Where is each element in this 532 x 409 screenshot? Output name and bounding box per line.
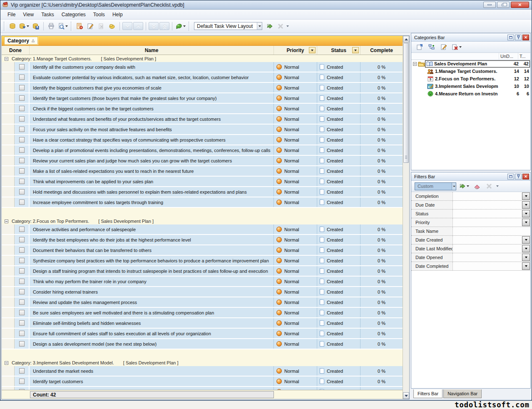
panel-close-icon[interactable]: ✕ <box>522 174 529 180</box>
task-name[interactable]: Check if the biggest customers can be th… <box>30 104 274 113</box>
done-checkbox[interactable] <box>19 106 25 111</box>
apply-filter-caret[interactable] <box>467 185 469 187</box>
delete-category-button[interactable] <box>451 42 462 52</box>
status-cell[interactable]: Created <box>317 72 360 82</box>
menu-item-file[interactable]: File <box>4 10 19 19</box>
status-cell[interactable]: Created <box>317 277 360 286</box>
task-name[interactable]: Identify the target customers (those buy… <box>30 93 274 103</box>
panel-pin-icon[interactable] <box>515 174 522 180</box>
task-row[interactable]: Increase employee commitment to sales ta… <box>2 197 403 208</box>
move-top-button[interactable] <box>159 22 169 30</box>
task-row[interactable]: Think who may perform the trainer role i… <box>2 277 403 287</box>
new-category-button[interactable] <box>415 42 425 52</box>
status-cell[interactable]: Created <box>317 187 360 197</box>
task-name[interactable]: Observe activities and performance of sa… <box>30 224 274 234</box>
done-checkbox[interactable] <box>19 147 25 153</box>
status-cell[interactable]: Created <box>317 166 360 176</box>
priority-cell[interactable]: Normal <box>274 266 317 276</box>
task-name[interactable]: Think what improvements can be applied t… <box>30 177 274 186</box>
task-name[interactable]: Consider hiring external trainers <box>30 287 274 297</box>
task-name[interactable]: Think who may perform the trainer role i… <box>30 277 274 286</box>
done-checkbox[interactable] <box>19 95 25 101</box>
status-cell[interactable]: Created <box>317 339 360 349</box>
menu-item-help[interactable]: Help <box>109 10 127 19</box>
priority-cell[interactable]: Normal <box>274 72 317 82</box>
task-row[interactable]: Develop a plan of promotional events inc… <box>2 145 403 156</box>
task-name[interactable]: Develop a plan of promotional events inc… <box>30 145 274 155</box>
priority-cell[interactable]: Normal <box>274 135 317 145</box>
filter-dropdown-button[interactable] <box>522 219 530 226</box>
task-name[interactable]: Identify the biggest customers that give… <box>30 83 274 92</box>
move-bottom-button[interactable] <box>149 22 159 30</box>
tree-item[interactable]: 52.Focus on Top Performers.1212 <box>411 75 530 82</box>
print-preview-caret[interactable] <box>65 25 68 27</box>
task-row[interactable]: Check if the biggest customers can be th… <box>2 104 403 114</box>
status-cell[interactable]: Created <box>317 256 360 265</box>
priority-cell[interactable]: Normal <box>274 245 317 255</box>
filter-dropdown-button[interactable] <box>522 210 530 217</box>
task-row[interactable]: Have a clear contact strategy that speci… <box>2 135 403 145</box>
priority-cell[interactable]: Normal <box>274 166 317 176</box>
task-name[interactable]: Review your current sales plan and judge… <box>30 156 274 165</box>
edit-category-button[interactable] <box>439 42 449 52</box>
done-checkbox[interactable] <box>19 379 25 384</box>
done-checkbox[interactable] <box>19 331 25 336</box>
task-name[interactable]: Hold meetings and discussions with sales… <box>30 187 274 197</box>
category-group-header[interactable]: Category: 2.Focus on Top Performers.[ Sa… <box>2 218 403 224</box>
status-cell[interactable]: Created <box>317 83 360 92</box>
done-checkbox[interactable] <box>19 179 25 184</box>
task-row[interactable]: Synthesize company best practices with t… <box>2 256 403 266</box>
task-row[interactable]: Identify target customersNormalCreated0 … <box>2 377 403 387</box>
filter-dropdown-button[interactable] <box>522 245 530 252</box>
open-database-caret[interactable] <box>27 25 29 27</box>
tree-item[interactable]: 3.Implement Sales Developm1010 <box>411 82 530 90</box>
done-checkbox[interactable] <box>19 237 25 242</box>
task-name[interactable]: Identify all the customers your company … <box>30 62 274 72</box>
status-cell[interactable]: Created <box>317 266 360 276</box>
status-cell[interactable]: Created <box>317 114 360 124</box>
priority-cell[interactable]: Normal <box>274 329 317 338</box>
new-database-button[interactable] <box>7 22 17 31</box>
edit-task-button[interactable] <box>85 22 95 31</box>
task-name[interactable]: Make a list of sales-related expectation… <box>30 166 274 176</box>
task-name[interactable]: Ensure full commitment of sales staff to… <box>30 329 274 338</box>
selected-tree-item[interactable]: Sales Development Plan4242 <box>425 60 530 67</box>
scrollbar-thumb[interactable] <box>403 43 409 163</box>
task-row[interactable]: Document their behaviors that can be tra… <box>2 245 403 256</box>
priority-cell[interactable]: Normal <box>274 277 317 286</box>
delete-category-caret[interactable] <box>459 46 462 48</box>
task-row[interactable]: Think what improvements can be applied t… <box>2 177 403 187</box>
collapse-icon[interactable] <box>413 62 417 66</box>
vertical-scrollbar[interactable] <box>403 36 409 399</box>
done-checkbox[interactable] <box>19 299 25 305</box>
status-cell[interactable]: Created <box>317 287 360 297</box>
task-name[interactable]: Focus your sales activity on the most at… <box>30 125 274 134</box>
task-row[interactable]: Eliminate self-limiting beliefs and hidd… <box>2 318 403 329</box>
group-by-category-chip[interactable]: Category △ <box>4 37 38 45</box>
task-name[interactable]: Be sure sales employees are well motivat… <box>30 308 274 317</box>
task-row[interactable]: Understand the market needsNormalCreated… <box>2 366 403 377</box>
task-row[interactable]: Make a list of prospective customersNorm… <box>2 387 403 390</box>
status-cell[interactable]: Created <box>317 125 360 134</box>
filter-options-caret[interactable] <box>496 185 499 187</box>
category-group-header[interactable]: Category: 3.Implement Sales Development … <box>2 359 403 366</box>
notification-button[interactable] <box>175 22 186 31</box>
priority-cell[interactable]: Normal <box>274 339 317 349</box>
column-header-total[interactable]: T... <box>518 53 530 60</box>
priority-cell[interactable]: Normal <box>274 114 317 124</box>
menu-item-categories[interactable]: Categories <box>58 10 89 19</box>
open-database-button[interactable] <box>18 22 30 31</box>
done-checkbox[interactable] <box>19 310 25 315</box>
done-checkbox[interactable] <box>19 168 25 174</box>
layout-options-caret[interactable] <box>286 25 289 27</box>
task-name[interactable]: Identify target customers <box>30 377 274 386</box>
column-header-name[interactable]: Name <box>30 46 274 55</box>
done-checkbox[interactable] <box>19 85 25 90</box>
menu-item-view[interactable]: View <box>19 10 37 19</box>
status-cell[interactable]: Created <box>317 62 360 72</box>
task-name[interactable]: Identify the best employees who do their… <box>30 235 274 244</box>
layout-combo[interactable]: Default Task View Layout <box>194 22 262 30</box>
scroll-down-button[interactable] <box>403 392 409 399</box>
priority-cell[interactable]: Normal <box>274 377 317 386</box>
status-cell[interactable]: Created <box>317 329 360 338</box>
